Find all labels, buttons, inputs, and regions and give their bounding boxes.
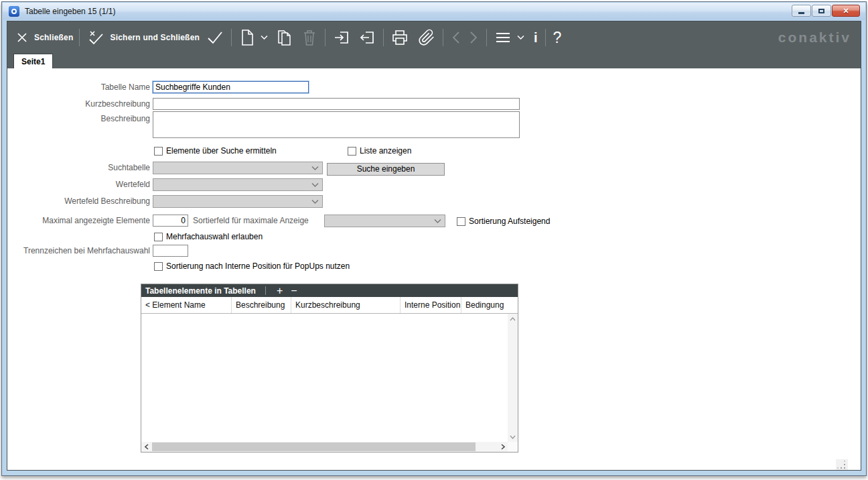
trennzeichen-input[interactable] xyxy=(153,245,188,257)
attachment-icon xyxy=(417,27,437,48)
kurzbeschreibung-input[interactable] xyxy=(153,98,520,110)
back-icon xyxy=(449,29,463,46)
confirm-check-icon xyxy=(205,29,225,46)
sortierung-aufsteigend-checkbox-label: Sortierung Aufsteigend xyxy=(469,217,550,226)
wertefeld-dropdown[interactable] xyxy=(153,178,323,191)
app-icon[interactable] xyxy=(9,6,19,17)
close-icon xyxy=(14,29,30,46)
import-button[interactable] xyxy=(332,27,352,48)
grid-body[interactable] xyxy=(141,314,508,442)
duplicate-icon xyxy=(275,27,295,48)
resize-grip-icon[interactable] xyxy=(836,459,848,471)
sortierfeld-label: Sortierfeld für maximale Anzeige xyxy=(193,215,309,227)
toolbar-separator xyxy=(325,29,326,46)
scroll-right-icon[interactable] xyxy=(498,442,508,452)
tab-seite1[interactable]: Seite1 xyxy=(13,54,53,68)
suche-eingeben-button[interactable]: Suche eingeben xyxy=(327,163,445,176)
help-button[interactable]: ? xyxy=(552,31,563,44)
max-elemente-label: Maximal angezeigte Elemente xyxy=(7,215,150,227)
restore-icon xyxy=(818,9,824,13)
liste-anzeigen-checkbox[interactable] xyxy=(348,147,356,156)
sortierung-popups-checkbox[interactable] xyxy=(154,262,163,271)
client-area: Schließen Sichern und Schließen xyxy=(7,21,861,471)
print-icon xyxy=(390,27,410,48)
print-button[interactable] xyxy=(390,27,410,48)
delete-button[interactable] xyxy=(300,27,319,48)
remove-row-button[interactable]: − xyxy=(287,286,301,296)
tabstrip: Seite1 xyxy=(7,54,861,68)
scroll-down-icon[interactable] xyxy=(508,432,518,442)
max-elemente-input[interactable] xyxy=(153,215,188,227)
suchtabelle-label: Suchtabelle xyxy=(7,162,150,174)
column-header-interne-position[interactable]: Interne Position xyxy=(400,297,461,313)
wertefeld-label: Wertefeld xyxy=(7,178,150,190)
tabelle-name-label: Tabelle Name xyxy=(7,81,150,93)
conaktiv-logo: conaktiv xyxy=(778,29,851,46)
column-header-bedingung[interactable]: Bedingung xyxy=(461,297,508,313)
beschreibung-textarea[interactable] xyxy=(153,111,520,138)
scroll-left-icon[interactable] xyxy=(141,442,151,452)
screen: Tabelle eingeben 15 (1/1) ✕ Schließen xyxy=(0,0,868,480)
sortierung-popups-checkbox-row: Sortierung nach Interne Position für Pop… xyxy=(154,261,350,271)
restore-button[interactable] xyxy=(812,5,831,17)
export-button[interactable] xyxy=(357,27,377,48)
mehrfachauswahl-checkbox[interactable] xyxy=(154,233,163,241)
save-close-label: Sichern und Schließen xyxy=(110,33,200,42)
vertical-scrollbar[interactable] xyxy=(508,314,518,442)
close-label: Schließen xyxy=(34,33,73,42)
horizontal-scroll-thumb[interactable] xyxy=(152,442,476,451)
column-header-kurzbeschreibung[interactable]: Kurzbeschreibung xyxy=(291,297,400,313)
confirm-button[interactable] xyxy=(205,29,225,46)
info-button[interactable]: i xyxy=(532,31,539,44)
tabelle-name-input[interactable] xyxy=(153,81,309,93)
new-record-dropdown-icon[interactable] xyxy=(259,34,269,42)
minimize-button[interactable] xyxy=(792,5,811,17)
horizontal-scrollbar[interactable] xyxy=(141,442,508,452)
help-icon: ? xyxy=(552,31,563,44)
toolbar-separator xyxy=(443,29,443,46)
wertefeld-beschreibung-dropdown[interactable] xyxy=(153,195,323,208)
forward-icon xyxy=(467,29,480,46)
trennzeichen-label: Trennzeichen bei Mehrfachauswahl xyxy=(7,245,150,257)
elemente-suche-checkbox-row: Elemente über Suche ermitteln xyxy=(154,146,277,156)
mehrfachauswahl-checkbox-row: Mehrfachauswahl erlauben xyxy=(154,232,263,241)
tabellenelemente-grid: Tabellenelemente in Tabellen + − < Eleme… xyxy=(141,284,518,453)
toolbar-separator xyxy=(545,29,546,46)
new-record-button[interactable] xyxy=(238,27,269,48)
kurzbeschreibung-label: Kurzbeschreibung xyxy=(7,98,150,110)
grid-titlebar: Tabellenelemente in Tabellen + − xyxy=(141,284,518,297)
menu-dropdown-icon[interactable] xyxy=(516,34,526,42)
save-and-close-button[interactable]: Sichern und Schließen xyxy=(86,27,200,48)
application-window: Tabelle eingeben 15 (1/1) ✕ Schließen xyxy=(1,1,867,476)
menu-button[interactable] xyxy=(493,29,526,46)
sortierung-popups-checkbox-label: Sortierung nach Interne Position für Pop… xyxy=(166,261,350,271)
column-header-beschreibung[interactable]: Beschreibung xyxy=(231,297,291,313)
grid-title: Tabellenelemente in Tabellen xyxy=(141,286,256,296)
toolbar-separator xyxy=(79,29,80,46)
add-row-button[interactable]: + xyxy=(273,286,287,296)
chevron-down-icon xyxy=(434,219,441,224)
info-icon: i xyxy=(532,31,539,44)
wertefeld-beschreibung-label: Wertefeld Beschreibung xyxy=(7,195,150,207)
export-icon xyxy=(357,27,377,48)
back-button[interactable] xyxy=(449,29,463,46)
save-close-icon xyxy=(86,27,106,48)
elemente-suche-checkbox[interactable] xyxy=(154,147,163,156)
toolbar-separator xyxy=(231,29,232,46)
window-title: Tabelle eingeben 15 (1/1) xyxy=(25,7,115,16)
scroll-up-icon[interactable] xyxy=(508,314,518,324)
forward-button[interactable] xyxy=(467,29,480,46)
titlebar[interactable]: Tabelle eingeben 15 (1/1) ✕ xyxy=(3,3,865,20)
attachment-button[interactable] xyxy=(417,27,437,48)
duplicate-button[interactable] xyxy=(275,27,295,48)
scrollbar-corner xyxy=(508,442,518,452)
sortierung-aufsteigend-checkbox[interactable] xyxy=(457,217,465,226)
elemente-suche-checkbox-label: Elemente über Suche ermitteln xyxy=(166,146,277,156)
close-window-button[interactable]: ✕ xyxy=(832,5,860,17)
suchtabelle-dropdown[interactable] xyxy=(153,162,323,174)
sortierfeld-dropdown[interactable] xyxy=(324,215,445,227)
column-header-element-name[interactable]: < Element Name xyxy=(141,297,231,313)
close-record-button[interactable]: Schließen xyxy=(14,29,73,46)
chevron-down-icon xyxy=(311,199,319,204)
minimize-icon xyxy=(798,12,804,14)
